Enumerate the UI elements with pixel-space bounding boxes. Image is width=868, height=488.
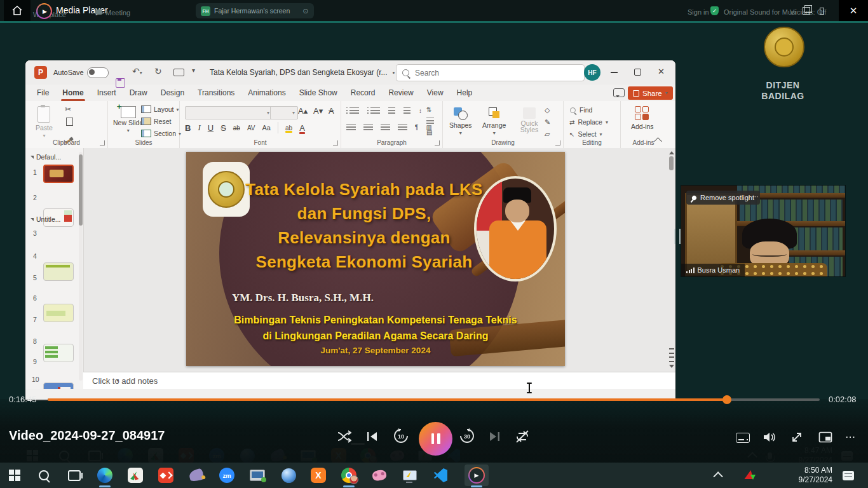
task-view-icon[interactable]	[66, 467, 83, 484]
chrome-icon[interactable]	[341, 467, 357, 484]
slide-thumbnail-3[interactable]	[43, 262, 74, 281]
more-options-icon[interactable]: ⋯	[845, 431, 857, 443]
find-button[interactable]: Find	[569, 106, 592, 114]
comments-icon[interactable]	[613, 88, 625, 97]
undo-icon[interactable]: ↶▾	[132, 66, 142, 76]
sphere-app-icon[interactable]	[280, 467, 297, 484]
quick-styles-button[interactable]: Quick Styles	[517, 107, 542, 133]
partial-window-icon[interactable]	[820, 8, 824, 15]
tray-app-icon[interactable]	[742, 467, 759, 484]
tab-review[interactable]: Review	[388, 88, 413, 97]
shapes-button[interactable]: Shapes▾	[449, 107, 472, 136]
highlight-color-icon[interactable]: ab	[285, 125, 292, 132]
taskbar-clock[interactable]: 8:50 AM 9/27/2024	[780, 466, 832, 485]
share-app-icon[interactable]	[127, 467, 144, 484]
mini-player-icon[interactable]	[818, 431, 832, 443]
character-spacing-icon[interactable]: AV	[247, 125, 255, 132]
sign-in-button[interactable]: Sign in	[688, 8, 709, 16]
decrease-indent-icon[interactable]	[388, 107, 395, 114]
notes-placeholder[interactable]: Click to add notes	[92, 376, 158, 386]
clipboard-dialog-launcher[interactable]	[100, 140, 105, 146]
tab-help[interactable]: Help	[457, 88, 473, 97]
ppt-minimize-button[interactable]	[611, 72, 618, 73]
grow-font-icon[interactable]: A▴	[298, 106, 308, 116]
redo-icon[interactable]: ↻	[154, 66, 162, 76]
next-slide-icon[interactable]	[669, 356, 674, 362]
bold-icon[interactable]: B	[185, 123, 191, 133]
ppt-close-button[interactable]: ✕	[658, 67, 665, 76]
seek-bar[interactable]	[48, 398, 820, 401]
taskbar-search-icon[interactable]	[36, 467, 52, 484]
search-input[interactable]	[414, 68, 556, 78]
pause-button[interactable]	[419, 422, 452, 456]
text-shadow-icon[interactable]: ab	[233, 125, 240, 132]
copy-icon[interactable]	[66, 118, 73, 126]
red-launcher-icon[interactable]	[158, 467, 174, 484]
change-case-icon[interactable]: Aa	[262, 124, 271, 132]
pc-transfer-icon[interactable]	[402, 467, 418, 484]
section-header-untitled[interactable]: Untitle...	[31, 215, 61, 223]
tab-draw[interactable]: Draw	[130, 88, 147, 97]
bullets-icon[interactable]	[349, 107, 359, 114]
shape-effects-icon[interactable]: ▱	[545, 130, 550, 139]
remote-desktop-icon[interactable]	[249, 467, 266, 484]
search-box[interactable]	[396, 64, 585, 81]
fullscreen-icon[interactable]	[790, 431, 803, 444]
layout-toggle-icon[interactable]	[803, 7, 810, 15]
replace-button[interactable]: ⇄Replace▾	[569, 118, 608, 126]
captions-icon[interactable]	[736, 433, 750, 443]
scrollbar-thumb[interactable]	[669, 156, 674, 170]
webcam-menu-icon[interactable]: ⋯	[752, 193, 759, 200]
arrange-button[interactable]: Arrange▾	[482, 107, 506, 136]
section-header-default[interactable]: Defaul...	[31, 153, 61, 161]
volume-icon[interactable]	[763, 431, 776, 444]
slide-scrollbar[interactable]	[668, 149, 674, 388]
font-dialog-launcher[interactable]	[333, 140, 338, 146]
clear-formatting-icon[interactable]: A	[329, 106, 334, 116]
cut-icon[interactable]: ✂	[65, 105, 71, 114]
powerpoint-logo-icon[interactable]: P	[34, 66, 47, 79]
home-button[interactable]	[4, 0, 31, 21]
zoom-app-icon[interactable]	[219, 467, 235, 484]
shuffle-icon[interactable]	[337, 430, 352, 444]
font-size-select[interactable]: ▾	[270, 106, 298, 119]
app-close-button[interactable]: ✕	[839, 0, 868, 21]
smartart-icon[interactable]: ▤	[426, 129, 434, 136]
scroll-down-icon[interactable]	[669, 365, 674, 368]
skip-back-icon[interactable]: 10	[393, 428, 409, 444]
italic-icon[interactable]: I	[198, 123, 200, 133]
skip-forward-icon[interactable]: 30	[459, 428, 475, 444]
increase-indent-icon[interactable]	[403, 107, 410, 114]
tab-home[interactable]: Home	[62, 88, 83, 97]
start-button[interactable]	[6, 467, 23, 484]
view-button[interactable]: Vi	[790, 8, 796, 16]
slide-thumbnail-5[interactable]	[43, 344, 74, 362]
tab-transitions[interactable]: Transitions	[198, 88, 234, 97]
section-button[interactable]: Section▾	[141, 130, 181, 137]
tab-record[interactable]: Record	[351, 88, 376, 97]
start-slideshow-icon[interactable]	[173, 69, 184, 76]
tab-options-icon[interactable]: ⊙	[302, 7, 308, 15]
shape-fill-icon[interactable]: ◇	[545, 106, 550, 114]
tray-chevron-icon[interactable]	[710, 467, 727, 484]
align-center-icon[interactable]	[363, 124, 373, 131]
justify-icon[interactable]	[398, 124, 407, 131]
webcam-tile[interactable]: Remove spotlight ⋯ Busra Usman	[681, 186, 845, 276]
add-ins-button[interactable]: Add-ins	[631, 106, 654, 130]
notification-center-icon[interactable]	[840, 467, 857, 484]
layout-button[interactable]: Layout▾	[141, 105, 179, 113]
previous-slide-icon[interactable]	[669, 348, 674, 354]
line-spacing-icon[interactable]: ↕	[419, 107, 422, 114]
scroll-up-icon[interactable]	[669, 151, 674, 154]
game-app-icon[interactable]	[371, 467, 388, 484]
text-direction-icon[interactable]: ¶	[415, 124, 418, 131]
new-slide-button[interactable]: New Slide▾	[113, 106, 143, 133]
notes-pane[interactable]: ▾ Click to add notes	[83, 372, 675, 389]
slide-thumbnail-1[interactable]	[43, 165, 74, 183]
paragraph-dialog-launcher[interactable]	[435, 140, 440, 146]
align-left-icon[interactable]	[346, 124, 356, 131]
slide-canvas[interactable]: Tata Kelola Syariah pada LKS dan Fungsi …	[186, 152, 565, 366]
font-color-icon[interactable]: A	[299, 123, 305, 133]
slide-thumbnail-4[interactable]	[43, 304, 74, 322]
shape-outline-icon[interactable]: ✎	[545, 118, 550, 126]
